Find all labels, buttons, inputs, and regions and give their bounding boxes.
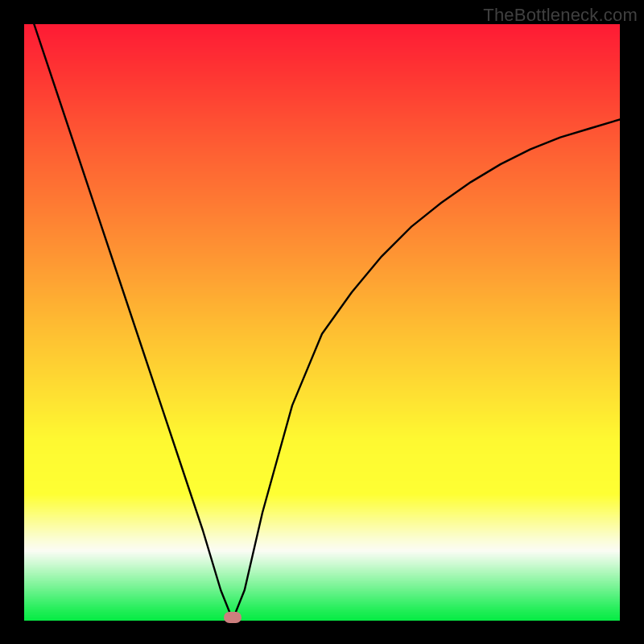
bottleneck-curve (24, 24, 620, 620)
plot-area (24, 24, 620, 620)
optimal-marker (224, 612, 242, 623)
watermark-text: TheBottleneck.com (483, 5, 638, 26)
chart-frame: TheBottleneck.com (0, 0, 644, 644)
